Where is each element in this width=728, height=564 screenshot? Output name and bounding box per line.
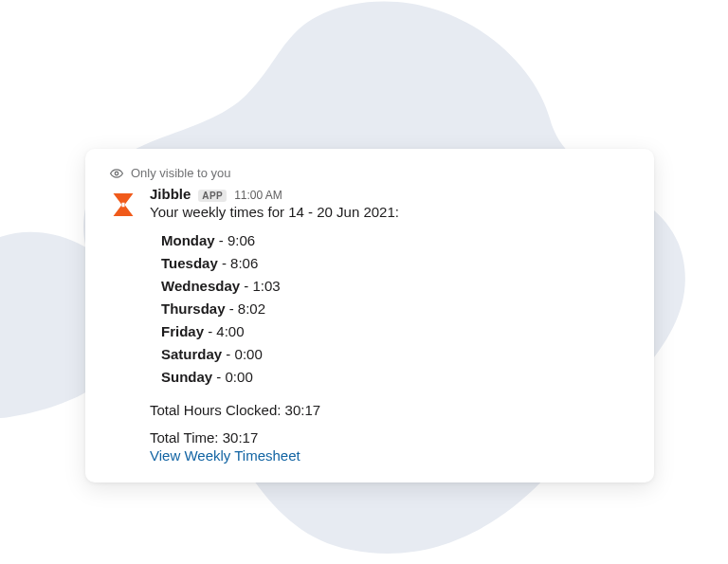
intro-text: Your weekly times for 14 - 20 Jun 2021: (150, 204, 633, 220)
total-time: Total Time: 30:17 (150, 429, 633, 446)
message-timestamp: 11:00 AM (234, 189, 282, 202)
weekly-times-list: Monday - 9:06 Tuesday - 8:06 Wednesday -… (150, 229, 633, 389)
total-hours-clocked: Total Hours Clocked: 30:17 (150, 402, 633, 418)
day-row: Tuesday - 8:06 (161, 252, 633, 275)
day-row: Saturday - 0:00 (161, 343, 633, 366)
day-row: Sunday - 0:00 (161, 366, 633, 389)
svg-point-0 (115, 172, 118, 175)
slack-message-card: Only visible to you Jibble APP 11:00 AM … (85, 149, 654, 482)
eye-icon (110, 167, 123, 180)
visibility-text: Only visible to you (131, 166, 231, 180)
day-row: Monday - 9:06 (161, 229, 633, 252)
app-avatar (106, 188, 140, 222)
day-row: Friday - 4:00 (161, 320, 633, 343)
view-weekly-timesheet-link[interactable]: View Weekly Timesheet (150, 447, 633, 464)
svg-rect-1 (122, 203, 125, 208)
day-row: Thursday - 8:02 (161, 298, 633, 320)
app-badge: APP (198, 190, 227, 202)
day-row: Wednesday - 1:03 (161, 275, 633, 298)
jibble-logo-icon (109, 191, 137, 219)
message-header: Jibble APP 11:00 AM (150, 186, 633, 202)
visibility-notice: Only visible to you (106, 166, 633, 180)
app-name: Jibble (150, 186, 191, 202)
